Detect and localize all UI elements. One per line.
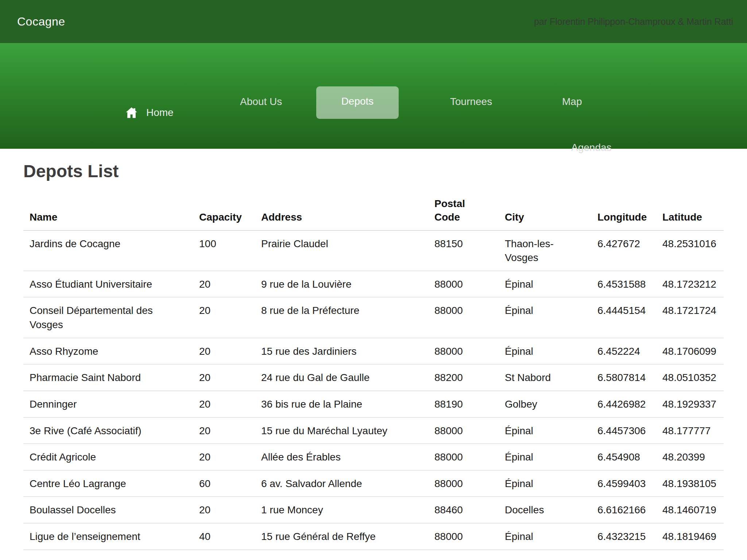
column-header-name: Name [23, 191, 193, 230]
cell-address: 8 rue de la Préfecture [255, 297, 428, 338]
nav-item-agendas[interactable]: Agendas [571, 142, 612, 153]
cell-name: 3e Rive (Café Associatif) [23, 417, 193, 444]
column-header-latitude: Latitude [656, 191, 724, 230]
cell-capacity: 20 [193, 338, 255, 365]
cell-latitude: 48.20399 [656, 444, 724, 470]
cell-name: Centre Léo Lagrange [23, 470, 193, 497]
cell-name: Boulassel Docelles [23, 497, 193, 523]
cell-address: 15 rue Général de Reffye [255, 523, 428, 550]
table-row: Asso Étudiant Universitaire209 rue de la… [23, 271, 724, 298]
nav-item-map[interactable]: Map [562, 96, 582, 107]
cell-latitude: 48.1819469 [656, 523, 724, 550]
cell-name: Asso Étudiant Universitaire [23, 271, 193, 298]
column-header-address: Address [255, 191, 428, 230]
cell-postal-code: 88460 [428, 497, 499, 523]
nav-item-home[interactable]: Home [125, 106, 174, 120]
page: Cocagne par Florentin Philippon-Champrou… [0, 0, 747, 560]
table-header-row: Name Capacity Address Postal Code City L… [23, 191, 724, 230]
cell-longitude: 6.4531588 [591, 271, 656, 298]
cell-postal-code: 88000 [428, 297, 499, 338]
cell-name: Ligue de l’enseignement [23, 523, 193, 550]
cell-address: 1 rue Moncey [255, 497, 428, 523]
cell-capacity: 20 [193, 444, 255, 470]
content-area: Depots List Name Capacity Address Postal… [0, 161, 747, 550]
cell-latitude: 48.1723212 [656, 271, 724, 298]
cell-longitude: 6.4457306 [591, 417, 656, 444]
cell-longitude: 6.452224 [591, 338, 656, 365]
cell-city: Épinal [499, 444, 591, 470]
cell-city: Épinal [499, 297, 591, 338]
cell-latitude: 48.1460719 [656, 497, 724, 523]
table-row: Boulassel Docelles201 rue Moncey88460Doc… [23, 497, 724, 523]
cell-name: Denninger [23, 391, 193, 417]
table-row: Denninger2036 bis rue de la Plaine88190G… [23, 391, 724, 417]
cell-longitude: 6.4445154 [591, 297, 656, 338]
column-header-capacity: Capacity [193, 191, 255, 230]
cell-latitude: 48.2531016 [656, 230, 724, 271]
cell-longitude: 6.4323215 [591, 523, 656, 550]
table-row: Crédit Agricole20Allée des Érables88000É… [23, 444, 724, 470]
cell-capacity: 20 [193, 364, 255, 391]
nav-item-depots[interactable]: Depots [316, 86, 399, 119]
cell-name: Asso Rhyzome [23, 338, 193, 365]
cell-postal-code: 88150 [428, 230, 499, 271]
cell-longitude: 6.4599403 [591, 470, 656, 497]
table-row: Jardins de Cocagne100Prairie Claudel8815… [23, 230, 724, 271]
table-row: Asso Rhyzome2015 rue des Jardiniers88000… [23, 338, 724, 365]
cell-city: St Nabord [499, 364, 591, 391]
cell-capacity: 40 [193, 523, 255, 550]
cell-address: 36 bis rue de la Plaine [255, 391, 428, 417]
cell-postal-code: 88000 [428, 523, 499, 550]
cell-name: Crédit Agricole [23, 444, 193, 470]
cell-postal-code: 88000 [428, 338, 499, 365]
cell-capacity: 20 [193, 297, 255, 338]
cell-latitude: 48.0510352 [656, 364, 724, 391]
cell-city: Épinal [499, 470, 591, 497]
nav-item-tournees[interactable]: Tournees [450, 96, 492, 107]
cell-longitude: 6.454908 [591, 444, 656, 470]
cell-latitude: 48.1938105 [656, 470, 724, 497]
cell-latitude: 48.1721724 [656, 297, 724, 338]
table-row: Conseil Départemental des Vosges208 rue … [23, 297, 724, 338]
cell-capacity: 60 [193, 470, 255, 497]
nav-item-about-us[interactable]: About Us [240, 96, 282, 107]
cell-latitude: 48.177777 [656, 417, 724, 444]
main-nav: Home About Us Depots Tournees Map Agenda… [0, 43, 747, 149]
cell-capacity: 20 [193, 417, 255, 444]
brand-title: Cocagne [17, 15, 65, 28]
cell-postal-code: 88190 [428, 391, 499, 417]
home-icon [125, 106, 138, 120]
cell-city: Épinal [499, 271, 591, 298]
depots-table: Name Capacity Address Postal Code City L… [23, 191, 724, 550]
nav-home-label: Home [146, 107, 174, 118]
cell-latitude: 48.1929337 [656, 391, 724, 417]
cell-postal-code: 88200 [428, 364, 499, 391]
cell-city: Docelles [499, 497, 591, 523]
cell-address: Allée des Érables [255, 444, 428, 470]
cell-postal-code: 88000 [428, 271, 499, 298]
top-header: Cocagne par Florentin Philippon-Champrou… [0, 0, 747, 43]
cell-city: Golbey [499, 391, 591, 417]
cell-name: Jardins de Cocagne [23, 230, 193, 271]
cell-address: 15 rue des Jardiniers [255, 338, 428, 365]
cell-longitude: 6.6162166 [591, 497, 656, 523]
column-header-city: City [499, 191, 591, 230]
cell-name: Pharmacie Saint Nabord [23, 364, 193, 391]
cell-city: Épinal [499, 417, 591, 444]
cell-capacity: 20 [193, 497, 255, 523]
cell-latitude: 48.1706099 [656, 338, 724, 365]
cell-postal-code: 88000 [428, 417, 499, 444]
cell-longitude: 6.4426982 [591, 391, 656, 417]
table-row: Pharmacie Saint Nabord2024 rue du Gal de… [23, 364, 724, 391]
cell-postal-code: 88000 [428, 470, 499, 497]
cell-address: 9 rue de la Louvière [255, 271, 428, 298]
byline: par Florentin Philippon-Champroux & Mart… [534, 16, 733, 27]
table-row: 3e Rive (Café Associatif)2015 rue du Mar… [23, 417, 724, 444]
cell-city: Épinal [499, 338, 591, 365]
table-row: Centre Léo Lagrange606 av. Salvador Alle… [23, 470, 724, 497]
cell-address: 24 rue du Gal de Gaulle [255, 364, 428, 391]
cell-address: 15 rue du Maréchal Lyautey [255, 417, 428, 444]
cell-address: Prairie Claudel [255, 230, 428, 271]
table-row: Ligue de l’enseignement4015 rue Général … [23, 523, 724, 550]
cell-postal-code: 88000 [428, 444, 499, 470]
